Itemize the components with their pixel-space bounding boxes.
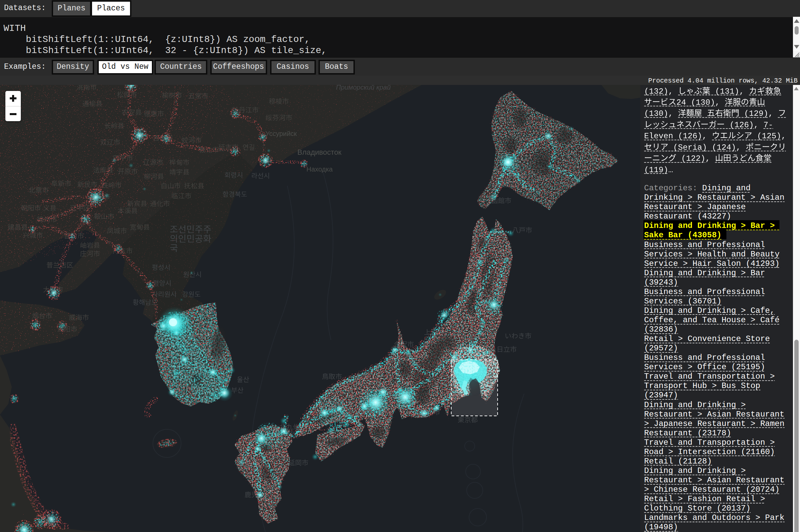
svg-text:Находка: Находка — [306, 166, 333, 173]
svg-text:Владивосток: Владивосток — [297, 148, 342, 156]
